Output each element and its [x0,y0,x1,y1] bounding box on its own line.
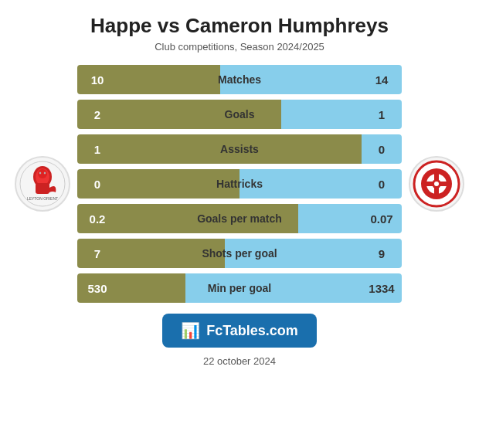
stat-right-value: 0 [362,169,402,199]
stat-bar-area: Hattricks [117,169,362,199]
fctables-label: FcTables.com [206,323,298,339]
stat-bar-area: Goals per match [117,204,362,233]
stat-label: Matches [218,73,261,86]
stat-label: Assists [220,143,259,155]
stat-row: 2Goals1 [77,100,402,129]
logo-left: LEYTON ORIENT [8,156,77,212]
stat-right-fill [281,100,362,129]
fctables-icon: 📊 [181,321,200,340]
stat-left-value: 1 [77,134,117,164]
stat-left-value: 2 [77,100,117,129]
match-subtitle: Club competitions, Season 2024/2025 [155,41,324,53]
stat-label: Shots per goal [202,247,277,260]
stat-row: 1Assists0 [77,134,402,164]
svg-point-7 [39,172,40,173]
stat-left-fill [117,100,281,129]
team-logo-left: LEYTON ORIENT [15,156,70,212]
stat-bar-area: Assists [117,134,362,164]
stat-right-value: 1 [362,100,402,129]
stat-left-value: 7 [77,239,117,268]
fctables-badge: 📊 FcTables.com [162,314,317,348]
main-content: LEYTON ORIENT 10Matches142Goals11Assists… [8,65,471,303]
stat-right-value: 14 [362,65,402,94]
stat-left-fill [117,65,220,94]
stat-bar-area: Shots per goal [117,239,362,268]
stat-bar-area: Min per goal [117,273,362,303]
stat-row: 7Shots per goal9 [77,239,402,268]
stats-container: 10Matches142Goals11Assists00Hattricks00.… [77,65,402,303]
stat-right-value: 0 [362,134,402,164]
svg-point-16 [434,182,439,186]
stat-left-value: 10 [77,65,117,94]
stat-right-value: 9 [362,239,402,268]
stat-label: Min per goal [208,282,271,294]
stat-row: 530Min per goal1334 [77,273,402,303]
stat-bar-area: Matches [117,65,362,94]
stat-label: Goals per match [197,212,282,225]
stat-bar-area: Goals [117,100,362,129]
svg-point-8 [44,172,45,173]
stat-row: 10Matches14 [77,65,402,94]
stat-right-fill [298,204,362,233]
stat-row: 0Hattricks0 [77,169,402,199]
stat-right-value: 0.07 [362,204,402,233]
page-container: Happe vs Cameron Humphreys Club competit… [0,0,479,448]
team-logo-right [409,156,464,212]
svg-point-4 [38,169,47,178]
stat-row: 0.2Goals per match0.07 [77,204,402,233]
logo-right [402,156,471,212]
stat-right-value: 1334 [362,273,402,303]
match-title: Happe vs Cameron Humphreys [90,14,389,38]
svg-rect-3 [36,183,49,194]
svg-text:LEYTON ORIENT: LEYTON ORIENT [27,196,58,201]
stat-left-fill [117,273,185,303]
stat-label: Hattricks [216,178,263,190]
match-date: 22 october 2024 [203,355,276,367]
stat-left-value: 530 [77,273,117,303]
stat-left-value: 0 [77,169,117,199]
stat-left-value: 0.2 [77,204,117,233]
stat-label: Goals [225,108,255,120]
